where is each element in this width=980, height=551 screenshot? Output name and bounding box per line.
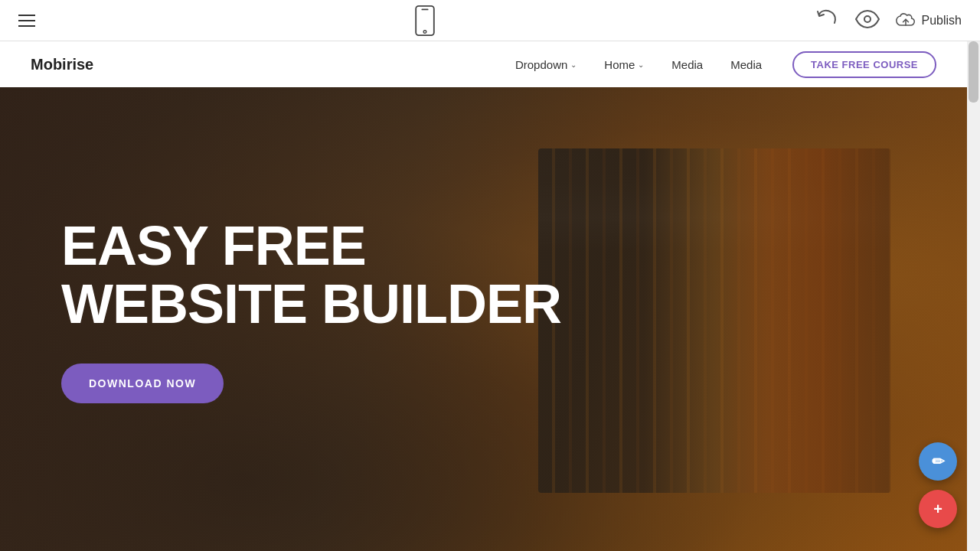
download-now-button[interactable]: DOWNLOAD NOW — [61, 364, 224, 403]
undo-icon[interactable] — [815, 8, 839, 33]
add-fab-button[interactable]: + — [919, 490, 957, 528]
scrollbar-thumb[interactable] — [969, 41, 978, 103]
toolbar-left — [18, 15, 35, 27]
edit-pencil-icon: ✏ — [932, 452, 945, 471]
home-chevron-icon: ⌄ — [638, 60, 644, 69]
hero-title-line1: EASY FREE — [61, 215, 366, 276]
toolbar-right: Publish — [815, 8, 962, 33]
nav-link-home[interactable]: Home ⌄ — [604, 58, 644, 71]
nav-links: Dropdown ⌄ Home ⌄ Media Media — [515, 58, 762, 71]
svg-point-3 — [864, 16, 871, 22]
nav-link-dropdown[interactable]: Dropdown ⌄ — [515, 58, 577, 71]
nav-link-home-label: Home — [604, 58, 635, 71]
navbar: Mobirise Dropdown ⌄ Home ⌄ Media Media T… — [0, 41, 967, 87]
nav-link-media1-label: Media — [671, 58, 703, 71]
nav-brand: Mobirise — [31, 56, 93, 73]
preview-eye-icon[interactable] — [854, 10, 880, 31]
hero-content: EASY FREE WEBSITE BUILDER DOWNLOAD NOW — [61, 217, 561, 403]
publish-label: Publish — [922, 14, 962, 28]
add-plus-icon: + — [933, 500, 942, 518]
fab-container: ✏ + — [919, 442, 957, 528]
edit-fab-button[interactable]: ✏ — [919, 442, 957, 481]
toolbar-center — [413, 5, 437, 36]
phone-preview-icon[interactable] — [413, 5, 437, 36]
toolbar: Publish — [0, 0, 980, 41]
hamburger-menu-icon[interactable] — [18, 15, 35, 27]
svg-point-2 — [423, 30, 426, 33]
take-free-course-button[interactable]: TAKE FREE COURSE — [792, 51, 936, 78]
nav-link-media1[interactable]: Media — [671, 58, 703, 71]
dropdown-chevron-icon: ⌄ — [570, 60, 577, 69]
scrollbar[interactable] — [967, 41, 980, 551]
hero-section: EASY FREE WEBSITE BUILDER DOWNLOAD NOW — [0, 87, 967, 551]
hero-title-line2: WEBSITE BUILDER — [61, 273, 561, 334]
hero-title: EASY FREE WEBSITE BUILDER — [61, 217, 561, 333]
nav-link-media2[interactable]: Media — [730, 58, 762, 71]
nav-link-dropdown-label: Dropdown — [515, 58, 567, 71]
nav-link-media2-label: Media — [730, 58, 762, 71]
publish-button[interactable]: Publish — [896, 13, 962, 28]
